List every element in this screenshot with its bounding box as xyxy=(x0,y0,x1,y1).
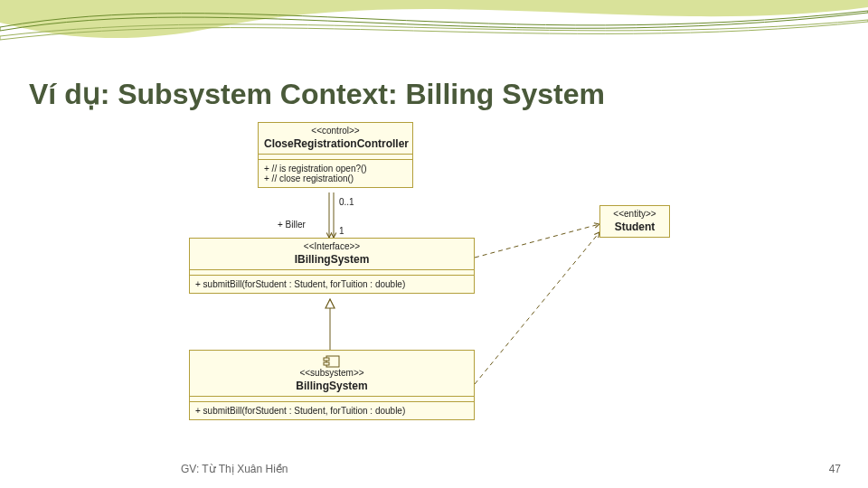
svg-rect-6 xyxy=(324,358,329,361)
subsystem-icon xyxy=(323,355,341,368)
class-name: CloseRegistrationController xyxy=(264,137,407,151)
svg-rect-7 xyxy=(324,362,329,365)
uml-subsystem-billing: <<subsystem>> BillingSystem + submitBill… xyxy=(189,350,475,420)
page-title: Ví dụ: Subsystem Context: Billing System xyxy=(29,77,605,111)
stereotype-label: <<Interface>> xyxy=(195,241,468,253)
uml-entity-student: <<entity>> Student xyxy=(599,205,670,238)
operation-text: + // is registration open?() xyxy=(264,164,407,174)
stereotype-label: <<control>> xyxy=(264,126,407,137)
class-name: IBillingSystem xyxy=(195,253,468,267)
stereotype-label: <<subsystem>> xyxy=(195,368,468,380)
multiplicity-label: 0..1 xyxy=(339,197,354,207)
uml-interface-ibilling: <<Interface>> IBillingSystem + submitBil… xyxy=(189,238,475,294)
header-swoosh xyxy=(0,0,868,63)
class-name: Student xyxy=(606,221,664,234)
stereotype-label: <<entity>> xyxy=(606,209,664,221)
operation-text: + // close registration() xyxy=(264,174,407,183)
operation-text: + submitBill(forStudent : Student, forTu… xyxy=(190,402,474,419)
svg-line-3 xyxy=(475,232,599,384)
operation-text: + submitBill(forStudent : Student, forTu… xyxy=(190,276,474,293)
role-label: + Biller xyxy=(278,220,306,230)
uml-diagram: <<control>> CloseRegistrationController … xyxy=(158,122,719,452)
svg-line-2 xyxy=(475,224,599,258)
uml-class-controller: <<control>> CloseRegistrationController … xyxy=(258,122,413,188)
footer-author: GV: Từ Thị Xuân Hiền xyxy=(181,463,288,475)
class-name: BillingSystem xyxy=(195,380,468,393)
footer-page-number: 47 xyxy=(829,463,841,475)
multiplicity-label: 1 xyxy=(339,226,344,236)
